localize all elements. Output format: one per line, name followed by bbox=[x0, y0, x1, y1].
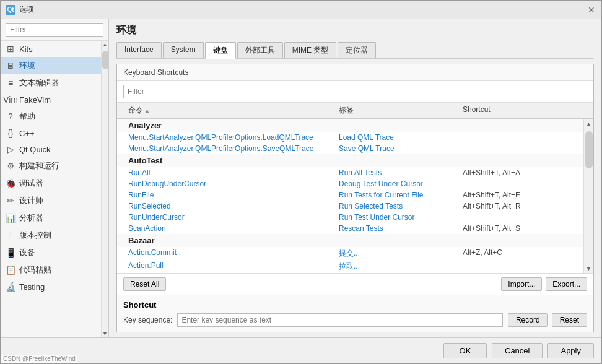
tab-keyboard[interactable]: 键盘 bbox=[205, 42, 236, 59]
table-scroll-thumb bbox=[585, 131, 593, 168]
tab-external-tools[interactable]: 外部工具 bbox=[237, 42, 283, 58]
reset-all-button[interactable]: Reset All bbox=[123, 277, 166, 291]
cell-label: Rescan Tests bbox=[339, 224, 463, 233]
table-row[interactable]: Action.Pull 拉取... bbox=[117, 260, 583, 273]
content-area: ⊞Kits🖥环境≡文本编辑器VimFakeVim?帮助{}C++▷Qt Quic… bbox=[1, 19, 601, 337]
cell-label: Run All Tests bbox=[339, 168, 463, 177]
table-row[interactable]: Menu.StartAnalyzer.QMLProfilerOptions.Lo… bbox=[117, 132, 583, 143]
cell-shortcut: Alt+Shift+T, Alt+F bbox=[463, 191, 572, 199]
dialog-footer: OK Cancel Apply bbox=[1, 337, 601, 363]
sidebar-item-help[interactable]: ?帮助 bbox=[1, 108, 101, 125]
cell-cmd: Action.Commit bbox=[128, 248, 339, 259]
sidebar-item-fakevim[interactable]: VimFakeVim bbox=[1, 92, 101, 108]
tab-mime[interactable]: MIME 类型 bbox=[284, 42, 337, 58]
cell-cmd: RunFile bbox=[128, 191, 339, 199]
sidebar-scrollbar[interactable]: ▲ ▼ bbox=[101, 41, 108, 337]
sidebar-item-analyzer[interactable]: 📊分析器 bbox=[1, 209, 101, 227]
cell-shortcut: Alt+Shift+T, Alt+S bbox=[463, 224, 572, 233]
sidebar-item-environment[interactable]: 🖥环境 bbox=[1, 57, 101, 74]
sidebar-item-vcs[interactable]: ⑃版本控制 bbox=[1, 227, 101, 244]
column-header-cmd: 命令 ▲ bbox=[123, 103, 334, 118]
sidebar-item-label: 构建和运行 bbox=[19, 160, 59, 171]
table-scroll-down[interactable]: ▼ bbox=[584, 263, 594, 273]
tab-system[interactable]: System bbox=[163, 42, 204, 58]
sidebar-item-codepaste[interactable]: 📋代码粘贴 bbox=[1, 261, 101, 279]
table-header: 命令 ▲ 标签 Shortcut bbox=[117, 103, 593, 119]
cell-label: Run Selected Tests bbox=[339, 202, 463, 210]
column-header-label: 标签 bbox=[334, 103, 458, 118]
cell-shortcut: Alt+Z, Alt+C bbox=[463, 248, 572, 259]
table-scrollbar[interactable]: ▲ ▼ bbox=[583, 119, 593, 273]
scroll-thumb-area bbox=[102, 48, 108, 330]
sidebar-filter-input[interactable] bbox=[6, 23, 103, 37]
sidebar-item-label: 环境 bbox=[19, 60, 35, 71]
cell-cmd: ScanAction bbox=[128, 224, 339, 233]
cell-shortcut bbox=[463, 213, 572, 222]
table-row[interactable]: RunSelected Run Selected Tests Alt+Shift… bbox=[117, 201, 583, 212]
cell-label: Load QML Trace bbox=[339, 133, 463, 142]
scroll-thumb bbox=[102, 51, 108, 69]
analyzer-icon: 📊 bbox=[6, 213, 15, 223]
apply-button[interactable]: Apply bbox=[547, 343, 594, 358]
table-row[interactable]: Action.Commit 提交... Alt+Z, Alt+C bbox=[117, 247, 583, 260]
sidebar-item-label: 文本编辑器 bbox=[19, 77, 59, 89]
shortcuts-filter-input[interactable] bbox=[123, 85, 587, 98]
sort-icon: ▲ bbox=[144, 108, 150, 114]
panel-header: Keyboard Shortcuts bbox=[117, 64, 593, 81]
sidebar-item-qtquick[interactable]: ▷Qt Quick bbox=[1, 141, 101, 157]
ok-button[interactable]: OK bbox=[443, 343, 487, 358]
tabs: InterfaceSystem键盘外部工具MIME 类型定位器 bbox=[116, 42, 594, 59]
sidebar-item-build-run[interactable]: ⚙构建和运行 bbox=[1, 157, 101, 175]
sidebar-item-cpp[interactable]: {}C++ bbox=[1, 125, 101, 141]
qtquick-icon: ▷ bbox=[6, 144, 15, 154]
sidebar-item-label: 代码粘贴 bbox=[19, 264, 51, 275]
import-button[interactable]: Import... bbox=[501, 277, 542, 291]
sidebar: ⊞Kits🖥环境≡文本编辑器VimFakeVim?帮助{}C++▷Qt Quic… bbox=[1, 19, 109, 337]
sidebar-item-devices[interactable]: 📱设备 bbox=[1, 244, 101, 261]
scroll-up-arrow[interactable]: ▲ bbox=[102, 41, 109, 48]
sidebar-item-label: FakeVim bbox=[19, 95, 51, 105]
table-row[interactable]: ScanAction Rescan Tests Alt+Shift+T, Alt… bbox=[117, 223, 583, 234]
cell-shortcut: Alt+Shift+T, Alt+R bbox=[463, 202, 572, 210]
help-icon: ? bbox=[6, 111, 15, 121]
table-row[interactable]: RunDebugUnderCursor Debug Test Under Cur… bbox=[117, 178, 583, 189]
table-body: Analyzer Menu.StartAnalyzer.QMLProfilerO… bbox=[117, 119, 583, 273]
tab-locator[interactable]: 定位器 bbox=[338, 42, 376, 58]
table-row[interactable]: RunUnderCursor Run Test Under Cursor bbox=[117, 212, 583, 223]
table-row[interactable]: RunAll Run All Tests Alt+Shift+T, Alt+A bbox=[117, 167, 583, 178]
cell-shortcut bbox=[463, 133, 572, 142]
close-button[interactable]: ✕ bbox=[587, 5, 596, 15]
page-title: 环境 bbox=[116, 24, 594, 37]
main-area: 环境 InterfaceSystem键盘外部工具MIME 类型定位器 Keybo… bbox=[109, 19, 601, 337]
table-scroll-up[interactable]: ▲ bbox=[584, 119, 594, 129]
cell-label: Debug Test Under Cursor bbox=[339, 180, 463, 188]
scroll-down-arrow[interactable]: ▼ bbox=[102, 330, 109, 337]
kits-icon: ⊞ bbox=[6, 44, 15, 54]
sidebar-item-designer[interactable]: ✏设计师 bbox=[1, 192, 101, 209]
table-row[interactable]: Menu.StartAnalyzer.QMLProfilerOptions.Sa… bbox=[117, 143, 583, 154]
testing-icon: 🔬 bbox=[6, 282, 15, 292]
cell-shortcut bbox=[463, 261, 572, 272]
tab-interface[interactable]: Interface bbox=[116, 42, 162, 58]
record-button[interactable]: Record bbox=[508, 313, 548, 327]
export-button[interactable]: Export... bbox=[546, 277, 587, 291]
sidebar-item-label: 分析器 bbox=[19, 212, 43, 223]
key-sequence-input[interactable] bbox=[177, 313, 503, 327]
sidebar-item-label: Testing bbox=[19, 282, 45, 292]
cancel-button[interactable]: Cancel bbox=[492, 343, 543, 358]
window-title: 选项 bbox=[19, 4, 34, 15]
sidebar-item-testing[interactable]: 🔬Testing bbox=[1, 279, 101, 295]
sidebar-item-debugger[interactable]: 🐞调试器 bbox=[1, 175, 101, 192]
cpp-icon: {} bbox=[6, 128, 15, 138]
shortcut-section: Shortcut Key sequence: Record Reset bbox=[117, 295, 593, 332]
panel-filter-area bbox=[117, 81, 593, 103]
window: Qt 选项 ✕ ⊞Kits🖥环境≡文本编辑器VimFakeVim?帮助{}C++… bbox=[0, 0, 602, 364]
debugger-icon: 🐞 bbox=[6, 178, 15, 188]
sidebar-item-kits[interactable]: ⊞Kits bbox=[1, 41, 101, 57]
table-container: 命令 ▲ 标签 Shortcut Analyzer Menu.Star bbox=[117, 103, 593, 273]
sidebar-item-text-editor[interactable]: ≡文本编辑器 bbox=[1, 74, 101, 92]
table-row[interactable]: RunFile Run Tests for Current File Alt+S… bbox=[117, 189, 583, 201]
key-sequence-label: Key sequence: bbox=[123, 316, 172, 324]
table-scroll-thumb-area bbox=[585, 129, 593, 263]
reset-button[interactable]: Reset bbox=[552, 313, 587, 327]
